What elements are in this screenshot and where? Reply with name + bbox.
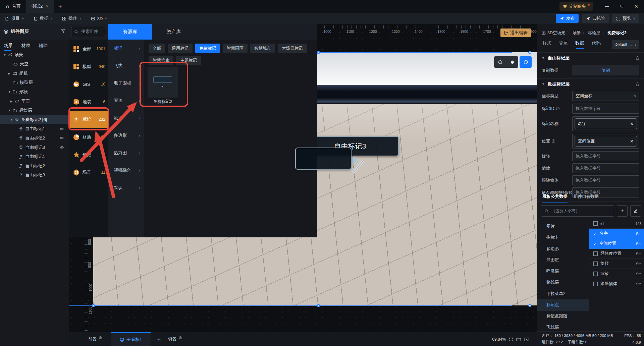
subcategory-默认[interactable]: 默认› (108, 179, 144, 196)
chip-免费标记[interactable]: 免费标记 (195, 44, 220, 53)
data-source-下拉菜单2[interactable]: 下拉菜单2 (537, 288, 589, 299)
category-标绘[interactable]: 标绘232 (69, 111, 108, 128)
checkbox-icon[interactable] (593, 262, 598, 266)
checkbox-icon[interactable] (593, 282, 598, 286)
subcategory-热力图[interactable]: 热力图› (108, 144, 144, 162)
library-tab-assets[interactable]: 资产库 (152, 24, 196, 40)
data-source-底图层[interactable]: 底图层 (537, 254, 589, 266)
subcategory-管道[interactable]: 管道› (108, 92, 144, 109)
chip-智慧园区[interactable]: 智慧园区 (223, 44, 248, 53)
tree-item-自由标记3[interactable]: 自由标记3 (0, 143, 69, 152)
chip-通用标记[interactable]: 通用标记 (168, 44, 193, 53)
field-chip-box[interactable]: 名字✕ (572, 116, 639, 131)
doc-tab-2[interactable]: 测试2× (26, 0, 54, 13)
menu-operate[interactable]: 操作∨ (57, 13, 86, 24)
state-dropdown[interactable]: Default ...∨ (612, 40, 639, 49)
help-icon[interactable] (551, 139, 555, 143)
keyboard-shortcuts-icon[interactable] (516, 337, 521, 342)
selection-handle-bottom-right[interactable] (528, 304, 531, 307)
subcategory-飞线[interactable]: 飞线› (108, 57, 144, 74)
data-field-id[interactable]: id123 (589, 219, 644, 229)
caret-down-icon[interactable]: ▼ (8, 90, 11, 94)
section-free-marker-layer[interactable]: ▼自由标记层 (537, 52, 644, 63)
close-tab-icon[interactable]: × (46, 4, 48, 9)
publish-button[interactable]: 发布 (556, 14, 579, 23)
exit-edit-button[interactable]: 退出编辑 (500, 28, 531, 37)
cloud-host-button[interactable]: 云托管 (582, 14, 609, 23)
tree-item-标绘层[interactable]: ▼标绘层 (0, 106, 69, 115)
data-source-指标卡[interactable]: 指标卡 (537, 232, 589, 243)
edit-data-button[interactable] (630, 205, 641, 217)
fit-screen-icon[interactable] (509, 337, 513, 342)
inspector-tab-4[interactable]: 代码 (592, 40, 601, 49)
tree-item-自由标记1[interactable]: 自由标记1 (0, 124, 69, 133)
data-field-旋转[interactable]: 旋转Str. (589, 259, 644, 269)
tree-item-自由标记2[interactable]: 自由标记2 (0, 161, 69, 170)
tree-item-自由标记1[interactable]: 自由标记1 (0, 152, 69, 161)
data-chip[interactable]: 名字✕ (575, 118, 637, 129)
chip-大场景标记[interactable]: 大场景标记 (278, 44, 307, 53)
data-source-呼吸层[interactable]: 呼吸层 (537, 266, 589, 277)
caret-down-icon[interactable]: ▼ (8, 109, 11, 112)
caret-down-icon[interactable]: ▼ (3, 53, 7, 57)
selection-handle-top[interactable] (317, 51, 320, 54)
background-section[interactable]: 背景⊕ (168, 336, 182, 342)
clear-chip-icon[interactable]: ✕ (630, 121, 634, 126)
chip-主题标记[interactable]: 主题标记 (176, 56, 201, 65)
selection-border-bottom[interactable] (69, 305, 512, 306)
new-tab-button[interactable]: + (54, 0, 66, 13)
data-field-缩放[interactable]: 缩放Str. (589, 269, 644, 279)
compass-mode-button[interactable] (520, 56, 532, 68)
data-source-图片[interactable]: 图片 (537, 221, 589, 232)
clear-chip-icon[interactable]: ✕ (630, 139, 634, 144)
breadcrumb-item[interactable]: 标绘层 (588, 30, 600, 36)
field-input[interactable] (573, 166, 639, 171)
eye-off-icon[interactable] (60, 127, 64, 131)
menu-data[interactable]: 数据∨ (29, 13, 58, 24)
service-badge[interactable]: 定制服务 (559, 2, 593, 11)
copy-button[interactable]: 复制 (572, 65, 639, 75)
data-field-跟随物体[interactable]: 跟随物体Str. (589, 279, 644, 289)
data-field-名字[interactable]: ✓名字Str. (589, 229, 644, 239)
breadcrumb-item[interactable]: 3D空场景 (547, 30, 565, 36)
tree-item-平面[interactable]: ▶平面 (0, 97, 69, 106)
data-source-路线层[interactable]: 路线层 (537, 277, 589, 288)
inspector-tab-1[interactable]: 样式 (542, 40, 551, 49)
eye-off-icon[interactable] (60, 145, 64, 150)
tree-item-形状[interactable]: ▼形状 (0, 87, 69, 96)
subcategory-标记[interactable]: 标记› (108, 40, 144, 57)
filter-icon[interactable] (61, 29, 65, 33)
field-select[interactable]: 空间坐标∨ (572, 91, 639, 101)
doc-tab-1[interactable]: 首页 (0, 0, 26, 13)
data-field-经纬度位置[interactable]: 经纬度位置Str. (589, 249, 644, 259)
menu-project[interactable]: 项目∨ (0, 13, 29, 24)
window-minimize-button[interactable]: — (602, 1, 612, 11)
eye-off-icon[interactable] (60, 136, 64, 140)
window-close-button[interactable]: × (631, 1, 641, 11)
layer-tab-3[interactable]: 辅助 (39, 40, 48, 51)
category-动效[interactable]: 动效 (69, 146, 108, 164)
lock-icon[interactable] (635, 56, 640, 60)
data-source-标记点[interactable]: 标记点 (537, 299, 589, 311)
category-全部[interactable]: 全部1301 (69, 40, 108, 58)
tree-item-场景[interactable]: ▼场景 (0, 50, 69, 59)
data-search[interactable] (541, 205, 614, 217)
caret-down-icon[interactable]: ▼ (542, 56, 545, 60)
caret-right-icon[interactable]: ▶ (10, 100, 13, 103)
data-source-标记点跟随[interactable]: 标记点跟随 (537, 310, 589, 322)
foreground-section[interactable]: 前景⊕ (88, 336, 102, 342)
preview-button[interactable]: 预览∨ (612, 14, 639, 23)
data-tab-1[interactable]: 看板公共数据 (542, 194, 568, 203)
caret-right-icon[interactable]: ▶ (8, 72, 11, 75)
component-search-input[interactable] (80, 29, 103, 34)
selection-handle-top-right[interactable] (528, 51, 531, 54)
data-source-多边形[interactable]: 多边形 (537, 243, 589, 254)
add-foreground-icon[interactable]: ⊕ (99, 335, 102, 340)
subcategory-流光[interactable]: 流光› (108, 109, 144, 127)
subboard-tab[interactable]: 子看板1 (111, 332, 151, 346)
menu-3d[interactable]: 3D∨ (86, 13, 112, 24)
tree-item-天空[interactable]: 天空 (0, 60, 69, 69)
subcategory-视频融合[interactable]: 视频融合› (108, 162, 144, 179)
breadcrumb-item[interactable]: 免费标记2 (607, 30, 627, 36)
layer-tab-1[interactable]: 场景 (4, 40, 13, 51)
